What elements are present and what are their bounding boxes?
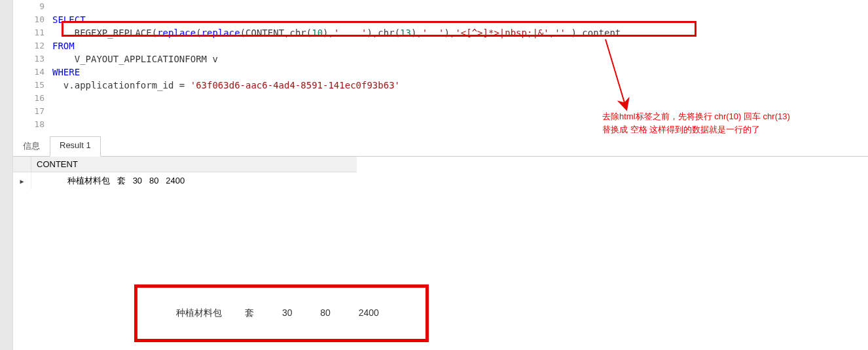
tab-result-1[interactable]: Result 1 <box>50 136 101 157</box>
col-header-content[interactable]: CONTENT <box>31 157 357 172</box>
highlight-text-box: 种植材料包 套 30 80 2400 <box>134 284 429 342</box>
code-line-14[interactable]: WHERE <box>52 66 868 79</box>
table-row[interactable]: ▶ 种植材料包 套 30 80 2400 <box>13 172 357 189</box>
line-gutter: 9 10 11 12 13 14 15 16 17 18 <box>13 0 52 131</box>
code-line-15[interactable]: v.applicationform_id = '63f063d6-aac6-4a… <box>52 79 868 92</box>
annotation-text: 去除html标签之前，先将换行 chr(10) 回车 chr(13) 替换成 空… <box>602 110 790 136</box>
cell-content[interactable]: 种植材料包 套 30 80 2400 <box>31 172 357 189</box>
results-header-row: CONTENT <box>13 157 357 172</box>
tab-info[interactable]: 信息 <box>13 136 50 156</box>
code-line-13[interactable]: V_PAYOUT_APPLICATIONFORM v <box>52 52 868 66</box>
code-line-10[interactable]: SELECT <box>52 13 868 26</box>
code-line-12[interactable]: FROM <box>52 39 868 52</box>
result-tabs: 信息 Result 1 <box>13 136 868 157</box>
results-grid[interactable]: CONTENT ▶ 种植材料包 套 30 80 2400 种植材料包 套 30 … <box>13 157 868 350</box>
left-margin <box>0 0 13 350</box>
row-marker-icon: ▶ <box>13 172 31 189</box>
code-line-11[interactable]: REGEXP_REPLACE(replace(replace(CONTENT,c… <box>52 26 868 39</box>
